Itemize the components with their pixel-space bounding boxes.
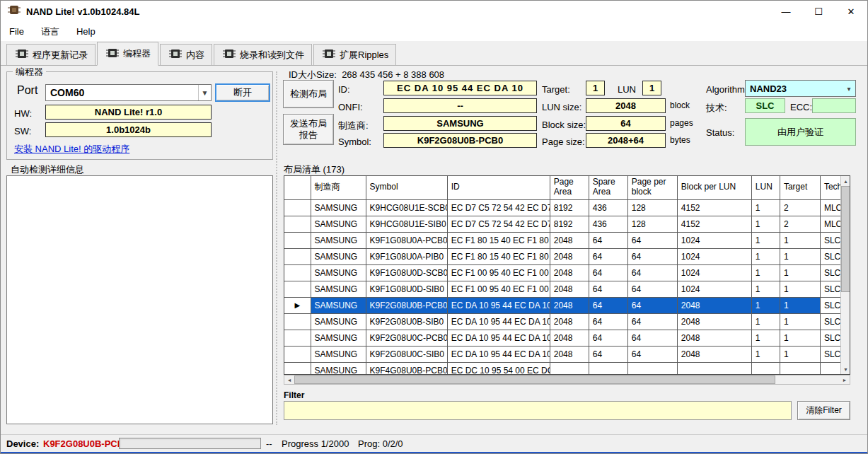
vertical-scroll-thumb[interactable] xyxy=(841,186,850,292)
panel-splitter[interactable] xyxy=(276,71,277,425)
cell: 4152 xyxy=(677,199,751,216)
cell xyxy=(751,362,780,375)
menu-bar: File 语言 Help xyxy=(1,22,867,41)
target-value-field: 1 xyxy=(586,81,605,95)
disconnect-button[interactable]: 断开 xyxy=(215,83,270,102)
cell: K9F1G08U0A-PCB0 xyxy=(366,232,447,248)
column-header[interactable]: Page Area xyxy=(550,176,589,199)
column-header[interactable]: ID xyxy=(447,176,550,199)
device-label: Device: xyxy=(6,438,39,449)
clear-filter-button[interactable]: 清除Filter xyxy=(797,401,850,420)
column-header[interactable]: Page per block xyxy=(627,176,677,199)
port-select[interactable]: COM60 ▼ xyxy=(45,84,212,101)
scroll-down-button[interactable]: ▼ xyxy=(841,364,850,374)
cell: 64 xyxy=(589,281,627,297)
column-header[interactable]: 制造商 xyxy=(311,176,366,199)
lun-size-unit: block xyxy=(670,100,690,110)
cell: 1024 xyxy=(677,248,751,264)
auto-detect-title: 自动检测详细信息 xyxy=(11,163,84,176)
cell: 64 xyxy=(589,297,627,313)
cell: EC F1 00 95 40 EC F1 00 xyxy=(447,264,550,281)
algorithm-select[interactable]: NAND23 ▾ xyxy=(745,80,856,97)
menu-language[interactable]: 语言 xyxy=(33,23,68,41)
block-size-unit: pages xyxy=(670,118,693,128)
maximize-button[interactable]: ☐ xyxy=(802,1,835,22)
table-row[interactable]: SAMSUNGK9F1G08U0D-SIB0EC F1 00 95 40 EC … xyxy=(284,281,842,297)
auto-detect-details-box[interactable] xyxy=(6,175,273,424)
layout-table: 制造商SymbolIDPage AreaSpare AreaPage per b… xyxy=(284,175,850,375)
cell: 64 xyxy=(627,330,677,346)
cell: 2048 xyxy=(550,264,589,281)
cell: K9F4G08U0B-PCB0 xyxy=(366,362,447,375)
column-header[interactable]: Target xyxy=(780,176,820,199)
cell: SAMSUNG xyxy=(311,313,366,330)
row-indicator-cell xyxy=(284,216,311,232)
layout-table-header-row: 制造商SymbolIDPage AreaSpare AreaPage per b… xyxy=(284,176,842,199)
table-row[interactable]: ▶SAMSUNGK9F2G08U0B-PCB0EC DA 10 95 44 EC… xyxy=(284,297,842,313)
table-row[interactable]: SAMSUNGK9F1G08U0A-PCB0EC F1 80 15 40 EC … xyxy=(284,232,842,248)
cell: K9F1G08U0D-SCB0 xyxy=(366,264,447,281)
scroll-right-button[interactable]: ► xyxy=(840,376,850,384)
horizontal-scrollbar[interactable]: ◄ ► xyxy=(284,375,850,385)
tab-label: 编程器 xyxy=(123,47,151,60)
menu-help[interactable]: Help xyxy=(68,23,104,40)
filter-input[interactable] xyxy=(284,401,792,420)
cell: SLC xyxy=(820,248,841,264)
table-row[interactable]: SAMSUNGK9F2G08U0C-PCB0EC DA 10 95 44 EC … xyxy=(284,330,842,346)
driver-install-link[interactable]: 安装 NAND Lite! 的驱动程序 xyxy=(14,143,129,156)
cell: K9F2G08U0C-SIB0 xyxy=(366,346,447,362)
table-row[interactable]: SAMSUNGK9HCG08U1E-SCB0EC D7 C5 72 54 42 … xyxy=(284,199,842,216)
row-indicator-cell xyxy=(284,264,311,281)
send-layout-report-button[interactable]: 发送布局报告 xyxy=(283,114,334,145)
cell: 8192 xyxy=(550,216,589,232)
cell: 1 xyxy=(780,232,820,248)
tab-content[interactable]: 内容 xyxy=(160,44,212,65)
id-size-value: 268 435 456 + 8 388 608 xyxy=(342,69,444,80)
tab-programmer[interactable]: 编程器 xyxy=(97,42,158,66)
symbol-value-field: K9F2G08U0B-PCB0 xyxy=(383,133,537,148)
column-header[interactable]: Tech xyxy=(820,176,841,199)
cell: SAMSUNG xyxy=(311,264,366,281)
table-row[interactable]: SAMSUNGK9F1G08U0A-PIB0EC F1 80 15 40 EC … xyxy=(284,248,842,264)
column-header[interactable]: LUN xyxy=(751,176,780,199)
cell: 2048 xyxy=(677,330,751,346)
scroll-left-button[interactable]: ◄ xyxy=(284,376,294,384)
cell: 2 xyxy=(780,199,820,216)
cell: 64 xyxy=(627,264,677,281)
table-row[interactable]: SAMSUNGK9F1G08U0D-SCB0EC F1 00 95 40 EC … xyxy=(284,264,842,281)
tab-update-log[interactable]: 程序更新记录 xyxy=(6,44,96,65)
tab-ripples[interactable]: 扩展Ripples xyxy=(313,44,396,65)
cell: 1 xyxy=(780,281,820,297)
tab-label: 内容 xyxy=(186,49,204,62)
table-row[interactable]: SAMSUNGK9F2G08U0B-SIB0EC DA 10 95 44 EC … xyxy=(284,313,842,330)
cell: SAMSUNG xyxy=(311,346,366,362)
close-button[interactable]: ✕ xyxy=(835,1,867,22)
vertical-scrollbar[interactable]: ▲ ▼ xyxy=(840,176,850,374)
table-row[interactable]: SAMSUNGK9HCG08U1E-SIB0EC D7 C5 72 54 42 … xyxy=(284,216,842,232)
menu-file[interactable]: File xyxy=(1,23,33,40)
table-row[interactable]: SAMSUNGK9F4G08U0B-PCB0EC DC 10 95 54 00 … xyxy=(284,362,842,375)
cell: 64 xyxy=(589,264,627,281)
cell: 2048 xyxy=(550,281,589,297)
horizontal-scroll-thumb[interactable] xyxy=(294,376,775,384)
cell: EC D7 C5 72 54 42 EC D7 xyxy=(447,216,550,232)
cell: 2 xyxy=(780,216,820,232)
column-header[interactable]: Block per LUN xyxy=(677,176,751,199)
scroll-up-button[interactable]: ▲ xyxy=(841,176,850,186)
id-label: ID: xyxy=(338,84,350,95)
minimize-button[interactable]: — xyxy=(770,1,802,22)
detect-layout-button[interactable]: 检测布局 xyxy=(283,80,334,108)
column-header[interactable]: Spare Area xyxy=(589,176,627,199)
cell: 1 xyxy=(751,216,780,232)
filter-label: Filter xyxy=(284,390,304,400)
cell xyxy=(550,362,589,375)
chip-icon xyxy=(14,47,30,63)
row-indicator-cell: ▶ xyxy=(284,297,311,313)
tab-burn-read[interactable]: 烧录和读到文件 xyxy=(214,44,312,65)
table-row[interactable]: SAMSUNGK9F2G08U0C-SIB0EC DA 10 95 44 EC … xyxy=(284,346,842,362)
column-header[interactable]: Symbol xyxy=(366,176,447,199)
row-indicator-header[interactable] xyxy=(284,176,311,199)
cell: SLC xyxy=(820,346,841,362)
tab-bar: 程序更新记录 编程器 内容 烧录和读到文件 扩展Ripples xyxy=(1,41,867,66)
sw-value-field: 1.0b1024b xyxy=(45,122,212,137)
